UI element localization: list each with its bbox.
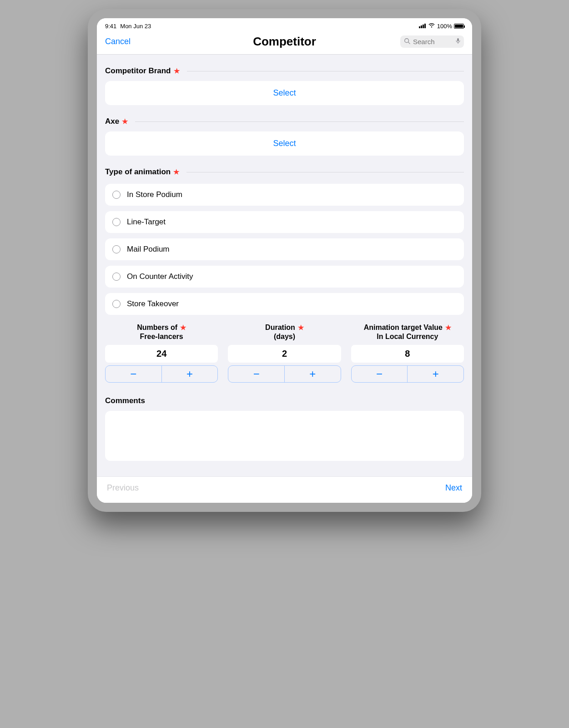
competitor-brand-label: Competitor Brand ★ bbox=[105, 63, 464, 78]
axe-select[interactable]: Select bbox=[105, 131, 464, 156]
required-icon: ★ bbox=[180, 324, 186, 332]
radio-icon bbox=[112, 245, 121, 253]
required-icon: ★ bbox=[173, 168, 179, 176]
search-field[interactable] bbox=[400, 35, 464, 48]
animation-type-label: Type of animation ★ bbox=[105, 164, 464, 179]
radio-label: Mail Podium bbox=[127, 245, 170, 254]
axe-title: Axe bbox=[105, 117, 119, 126]
radio-icon bbox=[112, 273, 121, 281]
previous-button: Previous bbox=[107, 483, 139, 493]
radio-mail-podium[interactable]: Mail Podium bbox=[105, 238, 464, 260]
radio-icon bbox=[112, 191, 121, 199]
duration-label-1: Duration bbox=[265, 323, 295, 332]
form-content[interactable]: Competitor Brand ★ Select Axe ★ Select T… bbox=[97, 55, 472, 476]
page-title: Competitor bbox=[169, 35, 400, 49]
radio-line-target[interactable]: Line-Target bbox=[105, 211, 464, 233]
target-label-1: Animation target Value bbox=[364, 323, 443, 332]
wifi-icon bbox=[428, 23, 435, 30]
status-bar: 9:41 Mon Jun 23 100% bbox=[97, 18, 472, 30]
radio-in-store-podium[interactable]: In Store Podium bbox=[105, 184, 464, 206]
nav-bar: Cancel Competitor bbox=[97, 30, 472, 55]
svg-line-1 bbox=[408, 42, 410, 44]
freelancers-label-1: Numbers of bbox=[137, 323, 177, 332]
freelancers-decrement[interactable]: − bbox=[106, 366, 162, 382]
steppers-row: Numbers of ★ Free-lancers 24 − + Dura bbox=[105, 323, 464, 383]
comments-input[interactable] bbox=[105, 411, 464, 461]
freelancers-label-2: Free-lancers bbox=[140, 332, 183, 341]
signal-icon bbox=[419, 24, 426, 28]
required-icon: ★ bbox=[174, 67, 180, 75]
battery-pct: 100% bbox=[437, 23, 452, 30]
status-time: 9:41 bbox=[105, 23, 116, 30]
required-icon: ★ bbox=[122, 117, 128, 126]
radio-on-counter-activity[interactable]: On Counter Activity bbox=[105, 266, 464, 288]
target-increment[interactable]: + bbox=[408, 366, 463, 382]
comments-title: Comments bbox=[105, 396, 145, 405]
target-stepper: Animation target Value ★ In Local Curren… bbox=[351, 323, 464, 383]
comments-label: Comments bbox=[105, 393, 464, 408]
mic-icon[interactable] bbox=[456, 38, 460, 46]
duration-decrement[interactable]: − bbox=[228, 366, 285, 382]
radio-label: Store Takeover bbox=[127, 299, 179, 308]
device-frame: 9:41 Mon Jun 23 100% Cancel Competitor bbox=[88, 9, 481, 512]
required-icon: ★ bbox=[445, 324, 451, 332]
radio-label: In Store Podium bbox=[127, 190, 182, 199]
target-decrement[interactable]: − bbox=[352, 366, 408, 382]
competitor-brand-title: Competitor Brand bbox=[105, 66, 171, 76]
next-button[interactable]: Next bbox=[445, 483, 462, 493]
screen: 9:41 Mon Jun 23 100% Cancel Competitor bbox=[97, 18, 472, 503]
status-date: Mon Jun 23 bbox=[120, 23, 151, 30]
duration-label-2: (days) bbox=[274, 332, 295, 341]
duration-value[interactable]: 2 bbox=[228, 345, 341, 363]
svg-rect-2 bbox=[457, 38, 459, 41]
axe-label: Axe ★ bbox=[105, 113, 464, 129]
freelancers-increment[interactable]: + bbox=[162, 366, 218, 382]
freelancers-stepper: Numbers of ★ Free-lancers 24 − + bbox=[105, 323, 218, 383]
competitor-brand-select[interactable]: Select bbox=[105, 81, 464, 105]
animation-type-list: In Store Podium Line-Target Mail Podium … bbox=[105, 184, 464, 315]
required-icon: ★ bbox=[298, 324, 304, 332]
battery-icon bbox=[454, 24, 464, 29]
freelancers-value[interactable]: 24 bbox=[105, 345, 218, 363]
footer-nav: Previous Next bbox=[97, 476, 472, 503]
radio-store-takeover[interactable]: Store Takeover bbox=[105, 293, 464, 315]
target-value[interactable]: 8 bbox=[351, 345, 464, 363]
animation-type-title: Type of animation bbox=[105, 167, 171, 177]
radio-icon bbox=[112, 300, 121, 308]
duration-increment[interactable]: + bbox=[285, 366, 341, 382]
radio-label: On Counter Activity bbox=[127, 272, 193, 281]
search-input[interactable] bbox=[413, 38, 453, 46]
radio-icon bbox=[112, 218, 121, 226]
search-icon bbox=[404, 38, 410, 46]
cancel-button[interactable]: Cancel bbox=[105, 37, 169, 46]
duration-stepper: Duration ★ (days) 2 − + bbox=[228, 323, 341, 383]
target-label-2: In Local Currency bbox=[377, 332, 438, 341]
radio-label: Line-Target bbox=[127, 217, 166, 227]
